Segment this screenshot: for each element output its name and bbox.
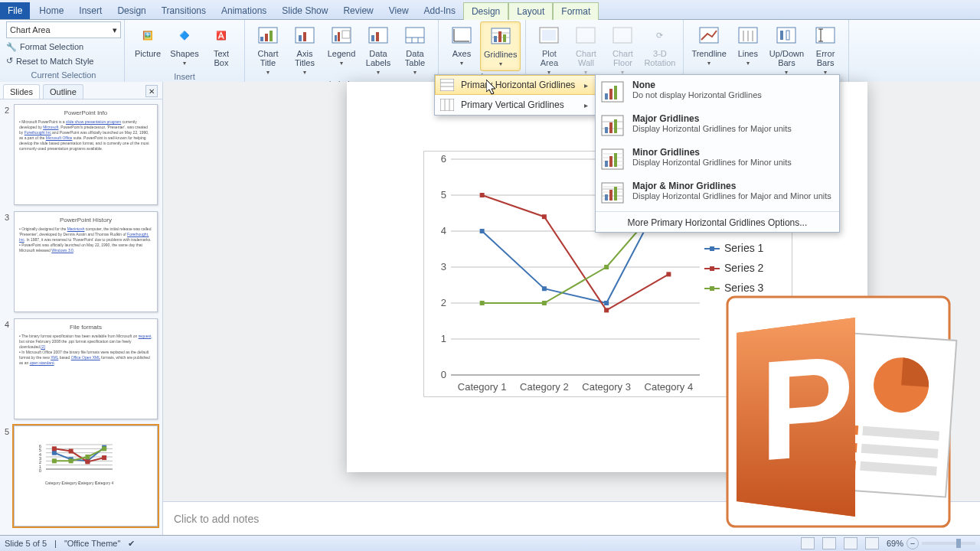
- legend-button[interactable]: Legend▾: [323, 21, 360, 70]
- group-label: Insert: [129, 71, 240, 83]
- svg-text:5: 5: [441, 189, 446, 201]
- svg-rect-104: [710, 246, 714, 251]
- menu-primary-horizontal[interactable]: Primary Horizontal Gridlines▸: [435, 75, 596, 95]
- thumb-chart-icon: 0123456Category 1Category 2Category 3Cat…: [19, 437, 119, 491]
- svg-rect-142: [605, 194, 608, 201]
- svg-text:Category 4: Category 4: [95, 481, 114, 485]
- svg-rect-66: [85, 455, 90, 459]
- svg-rect-18: [452, 28, 471, 43]
- tab-chart-design[interactable]: Design: [463, 2, 508, 20]
- sub-minor[interactable]: Minor GridlinesDisplay Horizontal Gridli…: [596, 142, 839, 176]
- tab-slideshow[interactable]: Slide Show: [274, 2, 335, 19]
- tab-view[interactable]: View: [381, 2, 416, 19]
- tab-insert[interactable]: Insert: [71, 2, 109, 19]
- svg-rect-60: [52, 446, 57, 451]
- slide-thumb-5[interactable]: 0123456Category 1Category 2Category 3Cat…: [14, 425, 158, 527]
- textbox-button[interactable]: 🅰️Text Box: [203, 21, 240, 69]
- svg-rect-8: [335, 35, 337, 41]
- svg-rect-64: [52, 458, 57, 463]
- axes-button[interactable]: Axes▾: [443, 21, 480, 70]
- tab-file[interactable]: File: [0, 2, 30, 19]
- svg-rect-56: [52, 451, 57, 455]
- pane-tab-slides[interactable]: Slides: [3, 84, 40, 99]
- lines-icon: [736, 23, 760, 47]
- picture-button[interactable]: 🖼️Picture: [129, 21, 166, 60]
- sub-none[interactable]: NoneDo not display Horizontal Gridlines: [596, 75, 839, 109]
- chart-title-button[interactable]: Chart Title▾: [250, 21, 286, 79]
- svg-rect-93: [604, 308, 609, 312]
- tab-addins[interactable]: Add-Ins: [416, 2, 463, 19]
- svg-rect-35: [780, 31, 783, 40]
- gridlines-v-icon: [439, 98, 455, 112]
- status-slide: Slide 5 of 5: [5, 539, 47, 548]
- gridlines-button[interactable]: Gridlines▾: [480, 21, 521, 71]
- svg-rect-144: [614, 187, 617, 201]
- svg-rect-67: [102, 446, 106, 451]
- group-insert: 🖼️Picture 🔷Shapes▾ 🅰️Text Box Insert: [125, 20, 245, 83]
- updown-bars-button[interactable]: Up/Down Bars▾: [766, 21, 807, 79]
- rotation-icon: ⟳: [648, 23, 672, 47]
- svg-rect-94: [666, 272, 671, 276]
- svg-rect-95: [480, 301, 485, 305]
- gridlines-icon: [488, 24, 513, 48]
- svg-rect-12: [371, 35, 374, 41]
- sub-more-options[interactable]: More Primary Horizontal Gridlines Option…: [596, 214, 839, 232]
- tab-design[interactable]: Design: [109, 2, 153, 19]
- axis-titles-button[interactable]: Axis Titles▾: [286, 21, 323, 79]
- gridlines-both-icon: [600, 181, 625, 205]
- data-table-button[interactable]: Data Table▾: [397, 21, 433, 79]
- tab-home[interactable]: Home: [31, 2, 71, 19]
- svg-text:Category 4: Category 4: [645, 381, 694, 393]
- shapes-button[interactable]: 🔷Shapes▾: [166, 21, 203, 70]
- svg-rect-36: [786, 31, 789, 40]
- svg-rect-9: [338, 32, 340, 41]
- tab-chart-format[interactable]: Format: [553, 2, 599, 20]
- tab-chart-layout[interactable]: Layout: [508, 2, 553, 20]
- svg-text:4: 4: [441, 225, 446, 236]
- slide-thumb-4[interactable]: File formats• The binary format specific…: [14, 318, 158, 419]
- sub-both[interactable]: Major & Minor GridlinesDisplay Horizonta…: [596, 176, 839, 210]
- svg-text:5: 5: [39, 448, 42, 452]
- slide-thumb-3[interactable]: PowerPoint History• Originally designed …: [14, 211, 158, 312]
- tab-transitions[interactable]: Transitions: [154, 2, 214, 19]
- pane-close[interactable]: ✕: [145, 85, 158, 97]
- group-axes: Axes▾ Gridlines▾ A: [439, 20, 526, 83]
- svg-rect-27: [577, 28, 595, 43]
- lines-button[interactable]: Lines▾: [730, 21, 766, 70]
- status-theme: "Office Theme": [64, 539, 120, 548]
- svg-text:2: 2: [441, 297, 446, 308]
- tab-review[interactable]: Review: [335, 2, 381, 19]
- gridlines-submenu: NoneDo not display Horizontal Gridlines …: [595, 74, 840, 233]
- svg-text:3: 3: [39, 456, 42, 461]
- svg-rect-112: [440, 79, 454, 91]
- svg-rect-110: [710, 286, 714, 291]
- svg-text:1: 1: [39, 465, 42, 469]
- group-background: Plot Area▾ Chart Wall▾ Chart Floor▾ ⟳3-D…: [526, 20, 684, 83]
- svg-rect-127: [614, 119, 617, 133]
- svg-rect-119: [605, 93, 608, 99]
- tab-animations[interactable]: Animations: [214, 2, 274, 19]
- spellcheck-icon[interactable]: ✔: [128, 539, 135, 549]
- svg-rect-107: [710, 266, 714, 271]
- plot-area-button[interactable]: Plot Area▾: [531, 21, 567, 79]
- svg-rect-3: [270, 31, 273, 41]
- data-labels-button[interactable]: Data Labels▾: [360, 21, 397, 79]
- slide-thumb-2[interactable]: PowerPoint Info• Microsoft PowerPoint is…: [14, 104, 158, 205]
- svg-text:P: P: [760, 325, 854, 490]
- svg-text:2: 2: [39, 460, 42, 465]
- chart-element-combo[interactable]: Chart Area▾: [6, 21, 121, 38]
- svg-rect-63: [102, 455, 106, 460]
- format-selection[interactable]: 🔧Format Selection: [6, 41, 121, 53]
- thumb-number: 2: [5, 104, 14, 205]
- thumbs-list[interactable]: 2PowerPoint Info• Microsoft PowerPoint i…: [0, 99, 162, 536]
- menu-primary-vertical[interactable]: Primary Vertical Gridlines▸: [435, 95, 596, 115]
- svg-text:1: 1: [441, 333, 446, 344]
- sub-major[interactable]: Major GridlinesDisplay Horizontal Gridli…: [596, 109, 839, 142]
- pane-tab-outline[interactable]: Outline: [43, 84, 83, 99]
- reset-match-style[interactable]: ↺Reset to Match Style: [6, 55, 121, 67]
- error-bars-button[interactable]: Error Bars▾: [807, 21, 844, 79]
- svg-rect-23: [498, 31, 501, 42]
- chart-floor-icon: [610, 23, 635, 47]
- trendline-button[interactable]: Trendline▾: [688, 21, 729, 70]
- svg-text:Category 1: Category 1: [458, 381, 507, 393]
